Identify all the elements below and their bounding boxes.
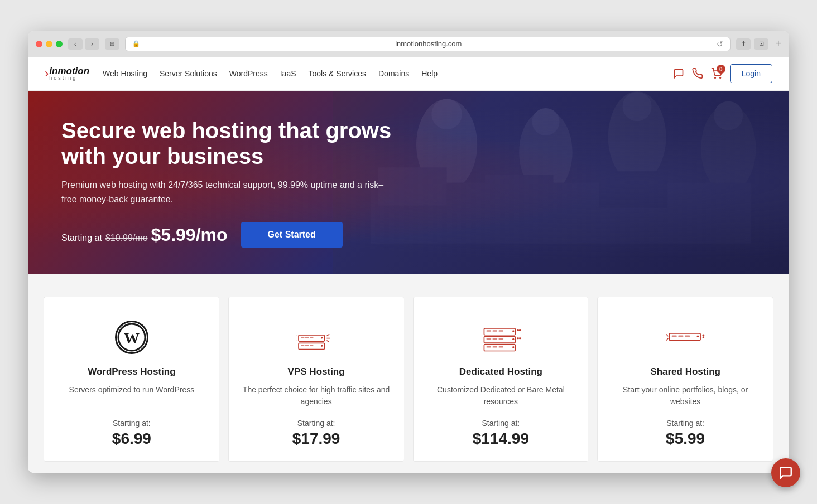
share-button[interactable]: ⬆ [736,38,751,50]
nav-server-solutions[interactable]: Server Solutions [160,67,217,80]
dedicated-hosting-card[interactable]: Dedicated Hosting Customized Dedicated o… [413,297,589,462]
dedicated-card-desc: Customized Dedicated or Bare Metal resou… [427,384,575,408]
svg-rect-37 [512,330,514,332]
wordpress-card-desc: Servers optimized to run WordPress [57,384,206,408]
logo-words: inmotion hosting [49,66,89,81]
svg-point-51 [519,337,521,339]
svg-point-58 [703,336,705,338]
nav-links: Web Hosting Server Solutions WordPress I… [103,67,673,80]
nav-iaas[interactable]: IaaS [280,67,296,80]
svg-rect-34 [487,330,491,332]
back-button[interactable]: ‹ [68,38,83,50]
svg-rect-20 [310,337,313,338]
minimize-button[interactable] [46,41,52,47]
phone-nav-button[interactable] [692,68,703,79]
svg-rect-18 [301,337,304,338]
hero-new-price: $5.99/mo [151,225,228,245]
floating-chat-button[interactable] [771,458,800,487]
url-text: inmotionhosting.com [143,40,713,48]
vps-hosting-card[interactable]: VPS Hosting The perfect choice for high … [228,297,404,462]
svg-rect-55 [685,335,690,337]
hosting-cards-section: W WordPress Hosting Servers optimized to… [28,274,789,473]
new-tab-button[interactable]: + [775,38,781,50]
vps-card-icon [242,317,391,357]
nav-domains[interactable]: Domains [378,67,409,80]
svg-text:W: W [124,329,140,347]
svg-rect-26 [321,345,323,347]
chat-nav-button[interactable] [673,68,684,79]
wordpress-card-icon: W [57,317,206,357]
nav-web-hosting[interactable]: Web Hosting [103,67,147,80]
vps-price-value: $17.99 [292,430,340,447]
svg-rect-19 [305,337,309,338]
shared-card-icon [611,317,760,357]
svg-rect-21 [321,337,323,338]
nav-help[interactable]: Help [421,67,438,80]
hero-cta-row: Starting at $10.99/mo $5.99/mo Get Start… [61,222,441,248]
svg-rect-45 [493,346,497,348]
shared-card-price: $5.99 [611,430,760,448]
svg-point-5 [519,110,572,194]
hero-content: Secure web hosting that grows with your … [61,118,441,248]
hero-section: Secure web hosting that grows with your … [28,91,789,274]
wordpress-card-starting: Starting at: [57,419,206,428]
svg-rect-24 [305,345,309,346]
dedicated-price-value: $114.99 [473,430,529,447]
browser-action-buttons: ⬆ ⊡ [736,38,768,50]
shared-hosting-card[interactable]: Shared Hosting Start your online portfol… [597,297,773,462]
hero-old-price: $10.99/mo [105,233,148,243]
get-started-button[interactable]: Get Started [241,222,343,248]
svg-line-32 [326,341,329,342]
logo-area[interactable]: › inmotion hosting [45,66,89,81]
vps-card-desc: The perfect choice for high traffic site… [242,384,391,408]
traffic-lights [36,41,63,47]
hero-starting-text: Starting at [61,233,102,243]
nav-wordpress[interactable]: WordPress [229,67,268,80]
forward-button[interactable]: › [85,38,99,50]
svg-rect-46 [499,346,503,348]
hero-price: Starting at $10.99/mo $5.99/mo [61,225,228,245]
cart-badge: 0 [717,65,725,74]
browser-window: ‹ › ⊟ 🔒 inmotionhosting.com ↺ ⬆ ⊡ + › in… [28,31,789,473]
lock-icon: 🔒 [132,40,140,47]
shared-card-title: Shared Hosting [611,366,760,377]
wordpress-card-price: $6.99 [57,430,206,448]
nav-tools-services[interactable]: Tools & Services [309,67,366,80]
svg-rect-14 [599,171,667,207]
svg-rect-41 [499,338,503,340]
shared-card-desc: Start your online portfolios, blogs, or … [611,384,760,408]
svg-point-49 [519,329,521,331]
browser-titlebar: ‹ › ⊟ 🔒 inmotionhosting.com ↺ ⬆ ⊡ + [28,31,789,57]
cart-nav-button[interactable]: 0 [711,68,722,79]
svg-rect-13 [484,175,553,209]
sidebar-button[interactable]: ⊟ [105,38,119,50]
svg-point-6 [532,108,559,135]
svg-rect-38 [484,336,516,343]
svg-rect-54 [679,335,684,337]
svg-point-9 [701,104,756,192]
login-button[interactable]: Login [730,64,772,83]
add-tab-button[interactable]: ⊡ [754,38,768,50]
vps-card-starting: Starting at: [242,419,391,428]
svg-point-48 [517,329,519,331]
svg-rect-39 [487,338,491,340]
website-content: › inmotion hosting Web Hosting Server So… [28,57,789,473]
svg-rect-44 [487,346,491,348]
dedicated-card-starting: Starting at: [427,419,575,428]
svg-rect-53 [672,335,677,337]
svg-rect-47 [512,346,514,348]
reload-button[interactable]: ↺ [717,40,723,49]
fullscreen-button[interactable] [56,41,63,47]
svg-rect-35 [493,330,497,332]
vps-card-price: $17.99 [242,430,391,448]
logo-hosting-text: hosting [49,76,89,81]
wordpress-logo-icon: W [115,321,148,354]
address-bar[interactable]: 🔒 inmotionhosting.com ↺ [125,37,731,51]
svg-point-0 [714,77,715,79]
logo: › inmotion hosting [45,66,89,81]
dedicated-card-price: $114.99 [427,430,575,448]
svg-rect-36 [499,330,503,332]
svg-point-57 [703,335,705,337]
wordpress-hosting-card[interactable]: W WordPress Hosting Servers optimized to… [44,297,219,462]
close-button[interactable] [36,41,42,47]
